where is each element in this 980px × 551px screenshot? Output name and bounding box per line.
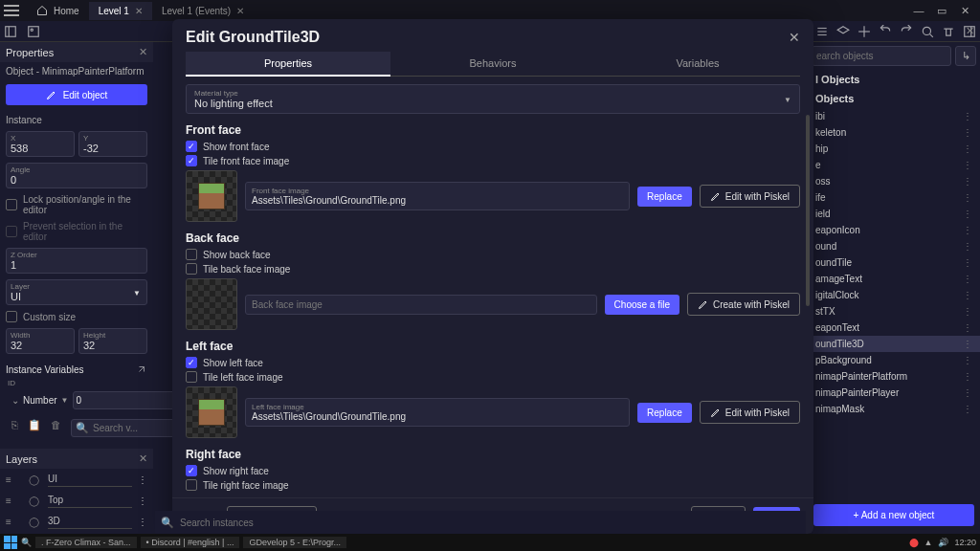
minimize-button[interactable]: — — [907, 5, 930, 16]
object-list-item[interactable]: nimapPainterPlatform⋮ — [808, 368, 980, 385]
object-list-item[interactable]: oundTile⋮ — [808, 254, 980, 271]
edit-piskel-button[interactable]: Edit with Piskel — [700, 401, 800, 424]
object-list-item[interactable]: hip⋮ — [808, 141, 980, 157]
menu-icon[interactable]: ≡ — [6, 474, 23, 485]
search-icon[interactable]: 🔍 — [21, 538, 32, 547]
object-list-item[interactable]: amageText⋮ — [808, 271, 980, 287]
more-icon[interactable]: ⋮ — [963, 176, 972, 187]
object-list-item[interactable]: ield⋮ — [808, 206, 980, 222]
choose-file-button[interactable]: Choose a file — [605, 295, 679, 315]
more-icon[interactable]: ⋮ — [963, 306, 972, 317]
tile-left-checkbox[interactable] — [186, 371, 197, 383]
object-list-item[interactable]: igitalClock⋮ — [808, 287, 980, 303]
share-icon[interactable] — [136, 364, 147, 375]
close-icon[interactable]: ✕ — [139, 46, 147, 58]
close-panel-icon[interactable]: ✕ — [966, 25, 974, 37]
close-icon[interactable]: ✕ — [789, 30, 800, 45]
more-icon[interactable]: ⋮ — [963, 143, 972, 154]
tab-level1-events[interactable]: Level 1 (Events) ✕ — [152, 2, 254, 20]
system-tray[interactable]: ⬤ ▲ 🔊 12:20 — [909, 538, 976, 547]
object-list-item[interactable]: ife⋮ — [808, 189, 980, 206]
layer-row[interactable]: ≡◯UI⋮ — [0, 469, 153, 490]
more-icon[interactable]: ⋮ — [963, 225, 972, 235]
angle-field[interactable]: Angle0 — [6, 163, 147, 188]
front-image-input[interactable]: Front face image Assets\Tiles\Ground\Gro… — [245, 182, 630, 210]
layer-row[interactable]: ≡◯3D⋮ — [0, 511, 153, 532]
list-icon[interactable] — [815, 25, 829, 38]
edit-piskel-button[interactable]: Edit with Piskel — [700, 185, 800, 208]
redo-icon[interactable] — [900, 25, 913, 38]
menu-icon[interactable]: ≡ — [6, 496, 23, 506]
object-list-item[interactable]: oundTile3D⋮ — [808, 336, 980, 352]
zorder-field[interactable]: Z Order1 — [6, 248, 147, 274]
instance-search-input[interactable] — [180, 518, 800, 528]
zoom-icon[interactable] — [921, 25, 934, 38]
more-icon[interactable]: ⋮ — [963, 111, 972, 121]
layer-field[interactable]: LayerUI▼ — [6, 279, 147, 305]
tile-back-checkbox[interactable] — [186, 263, 197, 275]
object-list-item[interactable]: pBackground⋮ — [808, 352, 980, 368]
panel-left-icon[interactable] — [4, 25, 17, 38]
close-icon[interactable]: ✕ — [236, 6, 244, 16]
tab-behaviors[interactable]: Behaviors — [390, 52, 595, 77]
object-list-item[interactable]: e⋮ — [808, 157, 980, 173]
close-icon[interactable]: ✕ — [139, 452, 147, 465]
prevent-checkbox[interactable] — [6, 226, 17, 237]
object-list-item[interactable]: stTX⋮ — [808, 303, 980, 320]
grid-icon[interactable] — [858, 25, 871, 38]
create-piskel-button[interactable]: Create with Piskel — [687, 293, 800, 316]
y-field[interactable]: Y-32 — [78, 131, 147, 157]
hamburger-icon[interactable] — [4, 5, 19, 16]
task-item[interactable]: GDevelop 5 - E:\Progr... — [243, 537, 346, 548]
scrollbar[interactable] — [806, 115, 810, 306]
add-object-button[interactable]: + Add a new object — [813, 504, 974, 526]
lock-checkbox[interactable] — [6, 199, 17, 210]
object-list-item[interactable]: ibi⋮ — [808, 108, 980, 124]
more-icon[interactable]: ⋮ — [138, 474, 147, 485]
search-go-button[interactable]: ↳ — [955, 46, 976, 66]
show-front-checkbox[interactable]: ✓ — [186, 141, 197, 152]
more-icon[interactable]: ⋮ — [963, 241, 972, 252]
object-list-item[interactable]: oss⋮ — [808, 173, 980, 189]
more-icon[interactable]: ⋮ — [963, 322, 972, 333]
object-list-item[interactable]: keleton⋮ — [808, 124, 980, 141]
more-icon[interactable]: ⋮ — [963, 404, 972, 414]
tile-right-checkbox[interactable] — [186, 479, 197, 491]
width-field[interactable]: Width32 — [6, 328, 75, 354]
tab-home[interactable]: Home — [27, 1, 89, 20]
eye-icon[interactable]: ◯ — [29, 474, 42, 485]
replace-button[interactable]: Replace — [637, 187, 692, 207]
start-button[interactable] — [4, 536, 17, 549]
more-icon[interactable]: ⋮ — [963, 274, 972, 284]
tab-properties[interactable]: Properties — [186, 52, 390, 77]
layers-icon[interactable] — [836, 25, 850, 38]
more-icon[interactable]: ⋮ — [963, 192, 972, 203]
image-icon[interactable] — [27, 25, 40, 38]
object-list-item[interactable]: eaponIcon⋮ — [808, 222, 980, 238]
more-icon[interactable]: ⋮ — [138, 496, 147, 506]
tray-icon[interactable]: ▲ — [924, 538, 933, 547]
object-list-item[interactable]: nimapPainterPlayer⋮ — [808, 385, 980, 401]
left-image-input[interactable]: Left face image Assets\Tiles\Ground\Grou… — [245, 398, 630, 427]
tile-front-checkbox[interactable]: ✓ — [186, 155, 197, 166]
tab-variables[interactable]: Variables — [595, 52, 800, 77]
var-type[interactable]: Number — [23, 395, 57, 406]
show-left-checkbox[interactable]: ✓ — [186, 357, 197, 368]
eye-icon[interactable]: ◯ — [29, 496, 42, 506]
object-list-item[interactable]: eaponText⋮ — [808, 320, 980, 336]
more-icon[interactable]: ⋮ — [963, 160, 972, 170]
tab-level1[interactable]: Level 1 ✕ — [89, 2, 152, 20]
back-image-input[interactable]: Back face image — [245, 295, 597, 315]
object-list-item[interactable]: nimapMask⋮ — [808, 401, 980, 417]
close-icon[interactable]: ✕ — [135, 6, 143, 16]
replace-button[interactable]: Replace — [637, 403, 692, 423]
tray-icon[interactable]: ⬤ — [909, 538, 919, 547]
more-icon[interactable]: ⋮ — [963, 127, 972, 138]
maximize-button[interactable]: ▭ — [930, 5, 953, 17]
more-icon[interactable]: ⋮ — [963, 355, 972, 365]
tray-icon[interactable]: 🔊 — [938, 538, 948, 547]
eye-icon[interactable]: ◯ — [29, 517, 42, 527]
more-icon[interactable]: ⋮ — [138, 517, 147, 527]
more-icon[interactable]: ⋮ — [963, 387, 972, 398]
delete-icon[interactable]: 🗑 — [51, 419, 61, 437]
